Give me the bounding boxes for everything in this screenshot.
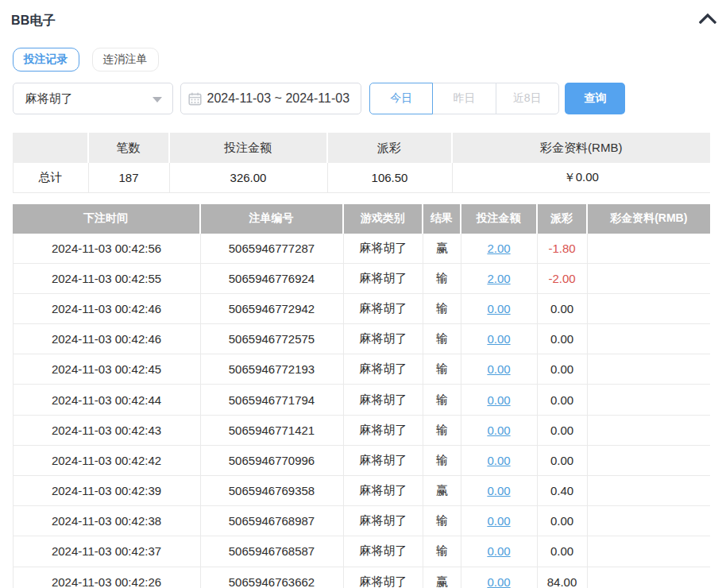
cell-order-id: 5065946772575 [201,324,344,354]
range-button-yesterday[interactable]: 昨日 [432,83,496,114]
summary-header-cell-3: 派彩 [328,133,453,163]
bet-amount-link[interactable]: 0.00 [487,514,510,528]
cell-game-type: 麻将胡了 [344,567,424,588]
cell-order-id: 5065946771794 [201,385,344,415]
bet-amount-link[interactable]: 0.00 [487,484,510,497]
records-header-cell-6: 彩金资料(RMB) [588,204,711,234]
bet-amount-link[interactable]: 0.00 [487,424,510,437]
records-header-row: 下注时间注单编号游戏类别结果投注金额派彩彩金资料(RMB) [13,204,711,234]
chevron-up-icon[interactable] [698,12,717,25]
cell-order-id: 5065946772193 [201,354,344,385]
cell-payout: 0.00 [538,446,588,476]
range-button-today[interactable]: 今日 [369,83,433,114]
record-row: 2024-11-03 00:42:465065946772942麻将胡了输0.0… [13,294,711,324]
cell-bet-time: 2024-11-03 00:42:39 [13,476,201,506]
cell-bonus [588,354,711,385]
cell-game-type: 麻将胡了 [344,506,424,536]
cell-bonus [588,234,711,264]
cell-bet-time: 2024-11-03 00:42:43 [13,416,201,446]
cell-bet-amount: 0.00 [461,354,538,385]
summary-header-cell-2: 投注金额 [170,133,328,163]
game-type-select[interactable]: 麻将胡了 [13,83,173,114]
records-header-cell-3: 结果 [423,204,461,234]
summary-table: 笔数投注金额派彩彩金资料(RMB) 总计 187 326.00 106.50 ￥… [13,133,711,193]
record-row: 2024-11-03 00:42:445065946771794麻将胡了输0.0… [13,385,711,415]
cell-bet-amount: 2.00 [461,234,538,264]
calendar-icon [188,92,202,106]
bet-amount-link[interactable]: 2.00 [487,242,510,255]
cell-bonus [588,446,711,476]
cell-result: 输 [423,264,461,294]
cell-payout: 0.00 [538,416,588,446]
record-row: 2024-11-03 00:42:465065946772575麻将胡了输0.0… [13,324,711,354]
range-button-last-8-days[interactable]: 近8日 [496,83,559,114]
cell-order-id: 5065946770996 [201,446,344,476]
cell-bet-amount: 0.00 [461,385,538,415]
cell-order-id: 5065946777287 [201,234,344,264]
summary-header-row: 笔数投注金额派彩彩金资料(RMB) [13,133,711,163]
cell-game-type: 麻将胡了 [344,354,424,385]
chevron-down-icon [153,97,162,103]
summary-header-cell-0 [13,133,89,163]
search-button[interactable]: 查询 [565,83,625,114]
cell-bet-time: 2024-11-03 00:42:45 [13,354,201,385]
cell-game-type: 麻将胡了 [344,234,424,264]
summary-header-cell-4: 彩金资料(RMB) [453,133,711,163]
bet-amount-link[interactable]: 0.00 [487,362,510,376]
quick-range-group: 今日昨日近8日 [369,83,559,114]
cell-bet-time: 2024-11-03 00:42:44 [13,385,201,415]
cell-game-type: 麻将胡了 [344,416,424,446]
cell-bet-time: 2024-11-03 00:42:46 [13,324,201,354]
tab-bar: 投注记录连消注单 [13,48,711,72]
records-header-cell-4: 投注金额 [461,204,538,234]
cell-bet-time: 2024-11-03 00:42:56 [13,234,201,264]
bet-amount-link[interactable]: 0.00 [487,302,510,315]
cell-result: 赢 [423,567,461,588]
cell-payout: 0.00 [538,506,588,536]
cell-payout: 0.00 [538,354,588,385]
tab-bet-records[interactable]: 投注记录 [13,48,79,72]
cell-result: 输 [423,536,461,567]
cell-game-type: 麻将胡了 [344,446,424,476]
cell-bet-time: 2024-11-03 00:42:55 [13,264,201,294]
cell-game-type: 麻将胡了 [344,385,424,415]
cell-result: 输 [423,354,461,385]
record-row: 2024-11-03 00:42:395065946769358麻将胡了赢0.0… [13,476,711,506]
cell-payout: -2.00 [538,264,588,294]
cell-game-type: 麻将胡了 [344,294,424,324]
bet-amount-link[interactable]: 0.00 [487,544,510,558]
record-row: 2024-11-03 00:42:435065946771421麻将胡了输0.0… [13,416,711,446]
cell-payout: 0.00 [538,536,588,567]
page-title: BB电子 [11,13,710,28]
cell-bet-amount: 2.00 [461,264,538,294]
cell-result: 赢 [423,234,461,264]
records-header-cell-0: 下注时间 [13,204,201,234]
bet-amount-link[interactable]: 0.00 [487,332,510,346]
cell-bet-amount: 0.00 [461,476,538,506]
records-header-cell-2: 游戏类别 [344,204,424,234]
record-row: 2024-11-03 00:42:565065946777287麻将胡了赢2.0… [13,234,711,264]
cell-bonus [588,264,711,294]
date-range-input[interactable]: 2024-11-03 ~ 2024-11-03 [180,83,361,114]
cell-payout: 84.00 [538,567,588,588]
bet-amount-link[interactable]: 0.00 [487,393,510,407]
cell-game-type: 麻将胡了 [344,264,424,294]
cell-order-id: 5065946768587 [201,536,344,567]
cell-result: 输 [423,385,461,415]
summary-total-count: 187 [89,163,170,193]
cell-bet-amount: 0.00 [461,324,538,354]
record-row: 2024-11-03 00:42:455065946772193麻将胡了输0.0… [13,354,711,385]
tab-cancelled-orders[interactable]: 连消注单 [92,48,159,72]
bet-amount-link[interactable]: 0.00 [487,575,510,588]
cell-bet-amount: 0.00 [461,416,538,446]
cell-order-id: 5065946776924 [201,264,344,294]
cell-bonus [588,324,711,354]
cell-bonus [588,294,711,324]
cell-bonus [588,476,711,506]
cell-bonus [588,506,711,536]
bet-amount-link[interactable]: 0.00 [487,454,510,467]
cell-game-type: 麻将胡了 [344,536,424,567]
cell-payout: -1.80 [538,234,588,264]
bet-amount-link[interactable]: 2.00 [487,272,510,285]
cell-bonus [588,385,711,415]
